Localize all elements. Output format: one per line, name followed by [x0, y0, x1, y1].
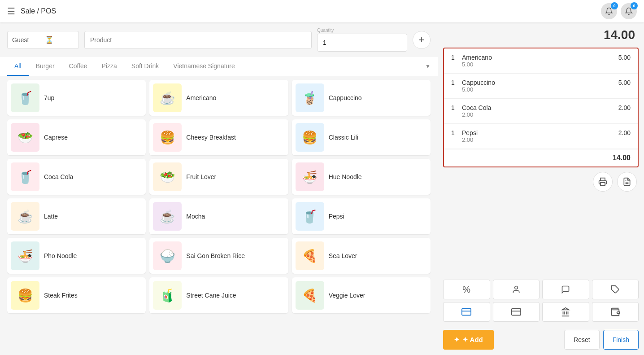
order-item-sub-price: 5.00: [462, 86, 618, 93]
product-card[interactable]: 🍔Cheesy Breakfast: [149, 119, 288, 155]
product-card[interactable]: 🍚Sai Gon Broken Rice: [149, 238, 288, 274]
order-item-info: Pepsi 2.00: [462, 129, 618, 143]
customer-icon: ⏳: [45, 35, 74, 44]
order-item[interactable]: 1 Pepsi 2.00 2.00: [444, 124, 638, 149]
product-name: Pepsi: [329, 213, 344, 220]
product-card[interactable]: 🍔Classic Lili: [292, 119, 431, 155]
quantity-label: Quantity: [317, 28, 407, 33]
product-card[interactable]: 🍕Veggie Lover: [292, 277, 431, 313]
quantity-input[interactable]: [317, 34, 407, 52]
notification-btn-2[interactable]: 0: [621, 3, 637, 19]
order-item-info: Coca Cola 2.00: [462, 104, 618, 118]
product-card[interactable]: 🍜Hue Noodle: [292, 159, 431, 195]
tab-pizza[interactable]: Pizza: [95, 57, 124, 76]
wallet-btn[interactable]: [592, 302, 639, 322]
order-footer-total: 14.00: [444, 149, 638, 167]
product-name: Classic Lili: [329, 134, 358, 141]
menu-icon[interactable]: ☰: [7, 6, 15, 17]
product-thumbnail: 🥤: [11, 83, 39, 112]
product-thumbnail: 🍔: [296, 123, 324, 152]
reset-button[interactable]: Reset: [564, 330, 600, 350]
product-card[interactable]: ☕Americano: [149, 80, 288, 116]
order-item-qty: 1: [451, 79, 462, 86]
product-name: Pho Noodle: [44, 252, 77, 259]
product-thumbnail: ☕: [11, 202, 39, 231]
product-input[interactable]: [84, 31, 312, 49]
product-card[interactable]: 🍔Steak Frites: [7, 277, 146, 313]
product-thumbnail: 🍜: [11, 241, 39, 270]
tab-soft-drink[interactable]: Soft Drink: [124, 57, 166, 76]
tab-coffee[interactable]: Coffee: [62, 57, 95, 76]
order-item[interactable]: 1 Coca Cola 2.00 2.00: [444, 99, 638, 124]
order-item-info: Americano 5.00: [462, 54, 618, 68]
add-order-label: ✦ Add: [462, 336, 483, 344]
svg-rect-5: [462, 309, 471, 316]
card-btn[interactable]: [493, 302, 540, 322]
product-thumbnail: 🍔: [153, 123, 182, 152]
order-item[interactable]: 1 Americano 5.00 5.00: [444, 48, 638, 74]
nav-icons: 0 0: [601, 3, 637, 19]
order-total-header: 14.00: [438, 22, 644, 48]
discount-btn[interactable]: %: [443, 280, 490, 299]
order-item[interactable]: 1 Cappuccino 5.00 5.00: [444, 74, 638, 99]
svg-rect-7: [512, 309, 521, 316]
bank-btn[interactable]: [542, 302, 589, 322]
product-name: Caprese: [44, 134, 68, 141]
order-item-total: 5.00: [618, 79, 631, 86]
product-card[interactable]: 🥤Pepsi: [292, 198, 431, 234]
order-item-name: Coca Cola: [462, 104, 618, 111]
tab-burger[interactable]: Burger: [29, 57, 62, 76]
tab-all[interactable]: All: [7, 57, 29, 76]
tag-icon: [611, 285, 620, 294]
bottom-actions: ✦ ✦ Add Reset Finish: [438, 326, 644, 355]
product-card[interactable]: 🥤7up: [7, 80, 146, 116]
receipt-button[interactable]: [617, 172, 637, 192]
app-title: Sale / POS: [21, 7, 56, 15]
customer-icon-svg: [512, 285, 521, 294]
tag-btn[interactable]: [592, 280, 639, 299]
tab-vietnamese[interactable]: Vietnamese Signature: [166, 57, 242, 76]
product-card[interactable]: ☕Latte: [7, 198, 146, 234]
order-item-qty: 1: [451, 104, 462, 111]
add-order-icon: ✦: [454, 336, 460, 344]
product-card[interactable]: 🧋Cappuccino: [292, 80, 431, 116]
product-card[interactable]: 🧃Street Cane Juice: [149, 277, 288, 313]
product-name: Hue Noodle: [329, 173, 362, 180]
toolbar: Guest ⏳ Quantity +: [0, 22, 438, 57]
product-thumbnail: 🍚: [153, 241, 182, 270]
product-card[interactable]: ☕Mocha: [149, 198, 288, 234]
order-item-qty: 1: [451, 54, 462, 61]
customer-btn[interactable]: [493, 280, 540, 299]
print-button[interactable]: [593, 172, 613, 192]
quantity-group: Quantity: [317, 28, 407, 52]
product-thumbnail: 🍜: [296, 162, 324, 191]
product-card[interactable]: 🥤Coca Cola: [7, 159, 146, 195]
notification-btn-1[interactable]: 0: [601, 3, 617, 19]
order-item-info: Cappuccino 5.00: [462, 79, 618, 93]
order-items: 1 Americano 5.00 5.00 1 Cappuccino 5.00 …: [443, 48, 639, 167]
product-card[interactable]: 🥗Fruit Lover: [149, 159, 288, 195]
product-name: Coca Cola: [44, 173, 73, 180]
payment-section: %: [438, 276, 644, 326]
cash-icon: [461, 307, 471, 317]
left-panel: Guest ⏳ Quantity + All Burger Coffee Piz…: [0, 22, 438, 355]
product-thumbnail: ☕: [153, 83, 182, 112]
payment-icons-row: %: [443, 280, 639, 299]
product-thumbnail: 🥗: [153, 162, 182, 191]
svg-point-3: [514, 286, 518, 289]
product-card[interactable]: 🍜Pho Noodle: [7, 238, 146, 274]
add-order-button[interactable]: ✦ ✦ Add: [443, 330, 494, 350]
product-thumbnail: 🍕: [296, 281, 324, 310]
add-button[interactable]: +: [413, 31, 431, 49]
right-panel: 14.00 1 Americano 5.00 5.00 1 Cappuccino…: [438, 22, 644, 355]
customer-select[interactable]: Guest ⏳: [7, 31, 79, 49]
wallet-icon: [610, 307, 620, 317]
finish-button[interactable]: Finish: [603, 330, 639, 350]
cash-btn[interactable]: [443, 302, 490, 322]
category-tabs: All Burger Coffee Pizza Soft Drink Vietn…: [0, 57, 438, 76]
product-card[interactable]: 🍕Sea Lover: [292, 238, 431, 274]
note-btn[interactable]: [542, 280, 589, 299]
product-name: 7up: [44, 94, 54, 101]
product-card[interactable]: 🥗Caprese: [7, 119, 146, 155]
tab-dropdown-icon[interactable]: ▼: [425, 63, 431, 70]
